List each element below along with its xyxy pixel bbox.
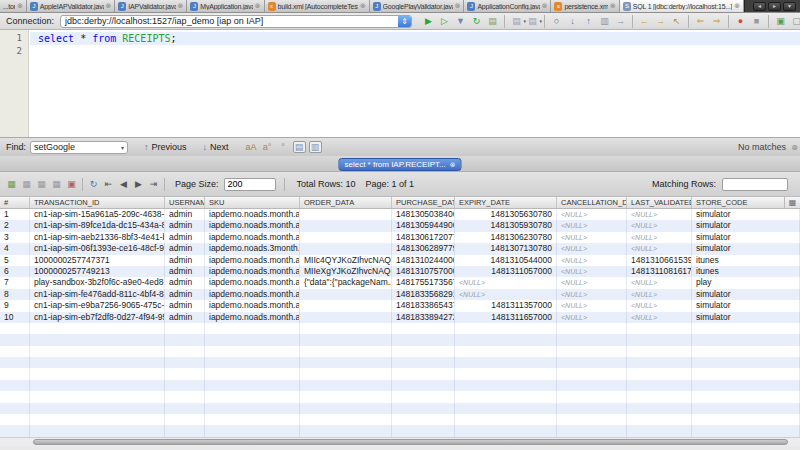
wrap-search-icon[interactable]: ▥	[309, 141, 322, 153]
table-cell[interactable]	[205, 403, 300, 414]
table-cell[interactable]	[205, 425, 300, 436]
table-cell[interactable]: <NULL>	[557, 277, 627, 288]
table-cell[interactable]: 4	[0, 243, 30, 254]
table-row[interactable]: 8cn1-iap-sim-fe476add-811c-4bf4-84...adm…	[0, 289, 800, 300]
table-row[interactable]	[0, 357, 800, 368]
file-tab[interactable]: JMyApplication.java⊗	[187, 0, 264, 12]
table-cell[interactable]	[300, 220, 392, 231]
table-cell[interactable]: 1000000257749213	[30, 266, 165, 277]
table-cell[interactable]: admin	[165, 255, 205, 266]
table-cell[interactable]	[300, 232, 392, 243]
close-icon[interactable]: ⊗	[791, 143, 798, 152]
table-cell[interactable]	[0, 425, 30, 436]
table-cell[interactable]: play-sandbox-3b2f0f6c-a9e0-4ed8-b...	[30, 277, 165, 288]
column-header[interactable]: PURCHASE_DATE	[392, 197, 455, 208]
column-selector-button[interactable]: ▦	[784, 197, 800, 209]
table-cell[interactable]	[300, 289, 392, 300]
table-cell[interactable]: admin	[165, 312, 205, 323]
table-cell[interactable]: 9	[0, 300, 30, 311]
table-cell[interactable]: play	[692, 277, 800, 288]
table-cell[interactable]	[300, 391, 392, 402]
table-cell[interactable]: <NULL>	[557, 243, 627, 254]
table-cell[interactable]: simulator	[692, 312, 800, 323]
file-tab[interactable]: SSQL 1 [jdbc:derby://localhost:15...]⊗	[620, 0, 744, 12]
close-icon[interactable]: ⊗	[178, 2, 184, 10]
tab-scroll-right-button[interactable]: ▸	[768, 2, 781, 11]
table-cell[interactable]	[300, 209, 392, 220]
whole-words-icon[interactable]: °	[277, 141, 290, 154]
table-cell[interactable]: 1481833568291	[392, 289, 455, 300]
table-cell[interactable]: 1000000257747371	[30, 255, 165, 266]
table-cell[interactable]: 1481305944906	[392, 220, 455, 231]
table-cell[interactable]: <NULL>	[627, 300, 692, 311]
record-macro-icon[interactable]: ●	[734, 15, 747, 28]
shift-left-icon[interactable]: ⇐	[694, 15, 707, 28]
table-cell[interactable]: simulator	[692, 220, 800, 231]
table-cell[interactable]	[0, 391, 30, 402]
table-cell[interactable]	[392, 357, 455, 368]
table-cell[interactable]: cn1-iap-sim-e9ba7256-9065-475c-9...	[30, 300, 165, 311]
table-cell[interactable]: iapdemo.noads.month.auto	[205, 300, 300, 311]
table-cell[interactable]	[205, 380, 300, 391]
run-sql-icon[interactable]: ▶	[422, 15, 435, 28]
table-cell[interactable]	[392, 391, 455, 402]
table-row[interactable]: 4cn1-iap-sim-06f1393e-ce16-48cf-91...adm…	[0, 243, 800, 254]
table-cell[interactable]	[205, 346, 300, 357]
file-tab[interactable]: JGooglePlayValidator.java⊗	[370, 0, 465, 12]
table-cell[interactable]	[692, 414, 800, 425]
table-cell[interactable]	[30, 425, 165, 436]
table-cell[interactable]: itunes	[692, 266, 800, 277]
table-cell[interactable]	[392, 380, 455, 391]
table-cell[interactable]	[455, 346, 557, 357]
table-cell[interactable]	[392, 323, 455, 334]
table-row[interactable]: 2cn1-iap-sim-89fce1da-dc15-434a-81...adm…	[0, 220, 800, 231]
table-cell[interactable]	[300, 368, 392, 379]
table-cell[interactable]: iapdemo.noads.month.auto	[205, 209, 300, 220]
tab-scroll-left-button[interactable]: ◂	[753, 2, 766, 11]
column-header[interactable]: EXPIRY_DATE	[455, 197, 557, 208]
table-cell[interactable]	[205, 334, 300, 345]
table-cell[interactable]	[557, 425, 627, 436]
export-icon[interactable]: →	[614, 15, 627, 28]
table-cell[interactable]	[30, 323, 165, 334]
table-cell[interactable]: admin	[165, 232, 205, 243]
sql-editor[interactable]: 12 select * from RECEIPTS;	[0, 30, 800, 137]
table-cell[interactable]	[455, 425, 557, 436]
column-header[interactable]: LAST_VALIDATED	[627, 197, 692, 208]
table-cell[interactable]	[455, 334, 557, 345]
table-cell[interactable]	[300, 357, 392, 368]
table-cell[interactable]: <NULL>	[627, 220, 692, 231]
table-cell[interactable]	[692, 380, 800, 391]
table-cell[interactable]: 1481311657000	[455, 312, 557, 323]
table-cell[interactable]: iapdemo.noads.month.auto	[205, 289, 300, 300]
table-cell[interactable]: admin	[165, 266, 205, 277]
table-cell[interactable]: 1	[0, 209, 30, 220]
next-page-icon[interactable]: ▶	[132, 178, 145, 191]
table-cell[interactable]	[627, 414, 692, 425]
stop-macro-icon[interactable]: ■	[750, 15, 763, 28]
table-cell[interactable]	[0, 403, 30, 414]
table-cell[interactable]	[692, 357, 800, 368]
table-cell[interactable]	[627, 323, 692, 334]
table-cell[interactable]: 1481307130780	[455, 243, 557, 254]
table-cell[interactable]: <NULL>	[455, 289, 557, 300]
table-row[interactable]	[0, 368, 800, 379]
table-cell[interactable]	[300, 425, 392, 436]
comment-icon[interactable]: ▣	[774, 15, 787, 28]
table-cell[interactable]	[205, 368, 300, 379]
table-cell[interactable]: iapdemo.noads.month.auto	[205, 277, 300, 288]
table-cell[interactable]: 3	[0, 232, 30, 243]
table-cell[interactable]: 8	[0, 289, 30, 300]
close-icon[interactable]: ⊗	[455, 2, 461, 10]
table-cell[interactable]	[300, 380, 392, 391]
table-cell[interactable]	[165, 323, 205, 334]
table-cell[interactable]: 7	[0, 277, 30, 288]
table-cell[interactable]	[165, 368, 205, 379]
table-cell[interactable]: itunes	[692, 255, 800, 266]
connection-dropdown-icon[interactable]: ⇕	[398, 16, 411, 27]
table-cell[interactable]	[0, 380, 30, 391]
table-row[interactable]	[0, 334, 800, 345]
file-tab[interactable]: JAppleIAPValidator.java⊗	[27, 0, 115, 12]
table-cell[interactable]: 5	[0, 255, 30, 266]
editor-code[interactable]: select * from RECEIPTS;	[30, 30, 800, 137]
